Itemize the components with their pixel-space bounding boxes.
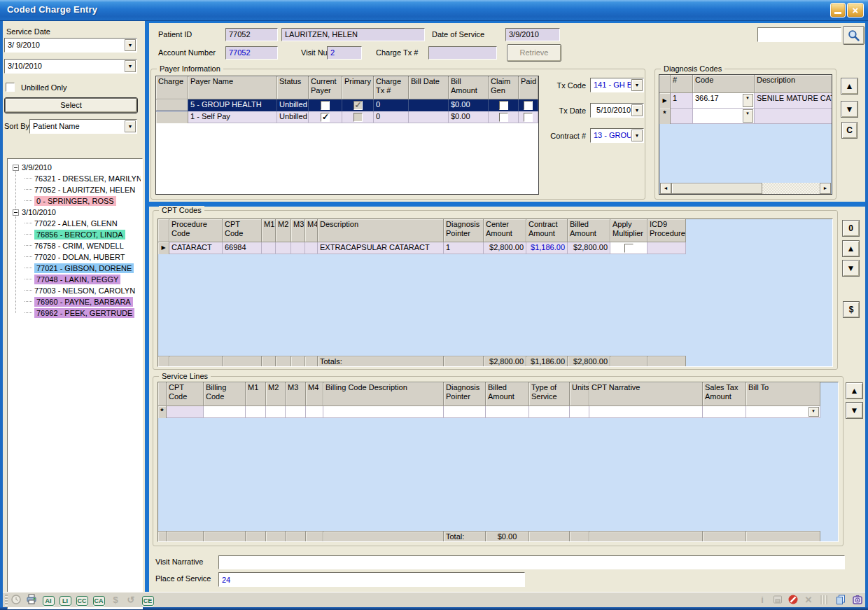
- current-payer-checkbox[interactable]: [321, 113, 330, 122]
- charge-tx-field[interactable]: [428, 46, 497, 60]
- collapse-icon[interactable]: [13, 165, 19, 171]
- tx-code-combo[interactable]: 141 - GH BI: [590, 78, 644, 92]
- date-of-service-field[interactable]: 3/9/2010: [505, 28, 560, 41]
- apply-multiplier-checkbox[interactable]: [624, 244, 634, 253]
- chevron-down-icon[interactable]: [125, 120, 136, 132]
- search-input[interactable]: [757, 27, 841, 42]
- visit-number-field[interactable]: 2: [327, 46, 362, 60]
- visit-narrative-input[interactable]: [218, 555, 845, 569]
- sl-cell[interactable]: [204, 406, 246, 418]
- copy-pages-icon[interactable]: [833, 593, 848, 606]
- diagnosis-code-combo[interactable]: [693, 109, 755, 124]
- patient-id-field[interactable]: 77052: [225, 28, 278, 41]
- tree-patient-item[interactable]: 77021 - GIBSON, DORENE: [9, 263, 141, 274]
- diagnosis-horizontal-scrollbar[interactable]: ◄ ►: [660, 183, 831, 194]
- service-date-to-combo[interactable]: 3/10/2010: [4, 59, 137, 74]
- ce-badge-icon[interactable]: CE: [140, 593, 155, 606]
- diagnosis-code-combo[interactable]: 366.17: [693, 93, 755, 109]
- patient-name-field[interactable]: LAURITZEN, HELEN: [281, 28, 425, 41]
- payer-charge-cell[interactable]: [156, 111, 188, 123]
- scroll-right-icon[interactable]: ►: [820, 183, 831, 194]
- tree-patient-item[interactable]: 77022 - ALLEN, GLENN: [9, 218, 141, 229]
- contract-number-combo[interactable]: 13 - GROU: [590, 128, 644, 143]
- sl-cell[interactable]: [703, 406, 746, 418]
- tree-patient-item[interactable]: 77048 - LAKIN, PEGGY: [9, 274, 141, 285]
- primary-checkbox[interactable]: [354, 101, 363, 110]
- cpt-row[interactable]: ▶CATARACT66984EXTRACAPSULAR CATARACT1$2,…: [158, 242, 832, 254]
- print-icon[interactable]: [24, 593, 39, 606]
- unbilled-only-checkbox[interactable]: [6, 83, 15, 92]
- ca-badge-icon[interactable]: CA: [91, 593, 106, 606]
- scrollbar-thumb[interactable]: [671, 183, 762, 194]
- service-lines-move-up-button[interactable]: ▲: [846, 382, 863, 399]
- tree-patient-item[interactable]: 76321 - DRESSLER, MARILYN .: [9, 173, 141, 184]
- payer-name-cell[interactable]: 5 - GROUP HEALTH: [188, 99, 277, 111]
- case-add-icon[interactable]: [850, 593, 865, 606]
- service-lines-move-down-button[interactable]: ▼: [846, 402, 863, 419]
- chevron-down-icon[interactable]: [631, 104, 643, 116]
- tree-patient-item[interactable]: 0 - SPRINGER, ROSS: [9, 195, 141, 207]
- cpt-dollar-button[interactable]: $: [843, 301, 860, 318]
- tree-patient-item[interactable]: 77020 - DOLAN, HUBERT: [9, 251, 141, 263]
- account-number-field[interactable]: 77052: [225, 46, 278, 60]
- payer-row[interactable]: 5 - GROUP HEALTHUnbilled0$0.00: [156, 99, 538, 111]
- chevron-down-icon[interactable]: [743, 109, 753, 123]
- sl-cell[interactable]: [246, 406, 266, 418]
- sl-cell[interactable]: [589, 406, 703, 418]
- cc-badge-icon[interactable]: CC: [74, 593, 90, 606]
- chevron-down-icon[interactable]: [125, 60, 136, 72]
- chevron-down-icon[interactable]: [125, 39, 136, 51]
- scrollbar-track[interactable]: [762, 183, 820, 194]
- cpt-zero-button[interactable]: 0: [842, 220, 860, 237]
- tree-date-node[interactable]: 3/9/2010: [9, 162, 141, 173]
- sl-bill-to-cell[interactable]: [746, 406, 820, 418]
- cpt-move-down-button[interactable]: ▼: [842, 260, 860, 277]
- diagnosis-move-down-button[interactable]: ▼: [841, 101, 858, 118]
- sort-by-combo[interactable]: Patient Name: [29, 119, 137, 134]
- cpt-move-up-button[interactable]: ▲: [842, 240, 860, 257]
- sl-cell[interactable]: [486, 406, 529, 418]
- collapse-icon[interactable]: [13, 209, 19, 216]
- ai-badge-icon[interactable]: AI: [41, 593, 56, 606]
- sl-cpt-code-cell[interactable]: [167, 406, 204, 418]
- primary-checkbox[interactable]: [354, 113, 363, 122]
- close-button[interactable]: ×: [847, 3, 864, 18]
- panel-splitter[interactable]: [145, 21, 149, 592]
- diagnosis-move-up-button[interactable]: ▲: [841, 78, 858, 95]
- sl-cell[interactable]: [444, 406, 486, 418]
- tree-patient-item[interactable]: 76962 - PEEK, GERTRUDE: [9, 307, 141, 319]
- chevron-down-icon[interactable]: [808, 407, 819, 417]
- sl-cell[interactable]: [323, 406, 444, 418]
- search-button[interactable]: [843, 26, 864, 45]
- service-line-new-row[interactable]: *: [158, 406, 838, 418]
- tree-patient-item[interactable]: 76856 - BERCOT, LINDA: [9, 229, 141, 240]
- payer-charge-cell[interactable]: [156, 99, 188, 111]
- chevron-down-icon[interactable]: [743, 94, 753, 107]
- tree-date-node[interactable]: 3/10/2010: [9, 207, 141, 218]
- paid-checkbox[interactable]: [524, 101, 533, 110]
- chevron-down-icon[interactable]: [631, 130, 643, 141]
- claim-gen-checkbox[interactable]: [499, 101, 508, 110]
- diagnosis-c-button[interactable]: C: [841, 122, 858, 139]
- paid-checkbox[interactable]: [524, 113, 533, 122]
- current-payer-checkbox[interactable]: [321, 101, 330, 110]
- sl-cell[interactable]: [306, 406, 323, 418]
- sl-cell[interactable]: [266, 406, 286, 418]
- tx-date-combo[interactable]: 5/10/2010: [590, 103, 644, 118]
- select-button[interactable]: Select: [5, 98, 137, 113]
- tree-patient-item[interactable]: 76758 - CRIM, WENDELL: [9, 240, 141, 251]
- title-bar[interactable]: Coded Charge Entry ×: [0, 0, 868, 21]
- tree-patient-item[interactable]: 77052 - LAURITZEN, HELEN: [9, 184, 141, 195]
- place-of-service-input[interactable]: [218, 572, 525, 587]
- sl-cell[interactable]: [529, 406, 570, 418]
- chevron-down-icon[interactable]: [631, 79, 643, 91]
- diagnosis-row[interactable]: ▶1366.17SENILE MATURE CATARA: [659, 93, 832, 109]
- minimize-button[interactable]: [830, 3, 846, 18]
- sl-cell[interactable]: [286, 406, 306, 418]
- sl-cell[interactable]: [570, 406, 589, 418]
- scroll-left-icon[interactable]: ◄: [660, 183, 671, 194]
- claim-gen-checkbox[interactable]: [499, 113, 508, 122]
- payer-row[interactable]: 1 - Self PayUnbilled0$0.00: [156, 111, 538, 123]
- li-badge-icon[interactable]: LI: [57, 593, 73, 606]
- toolbar-grip[interactable]: [5, 595, 8, 606]
